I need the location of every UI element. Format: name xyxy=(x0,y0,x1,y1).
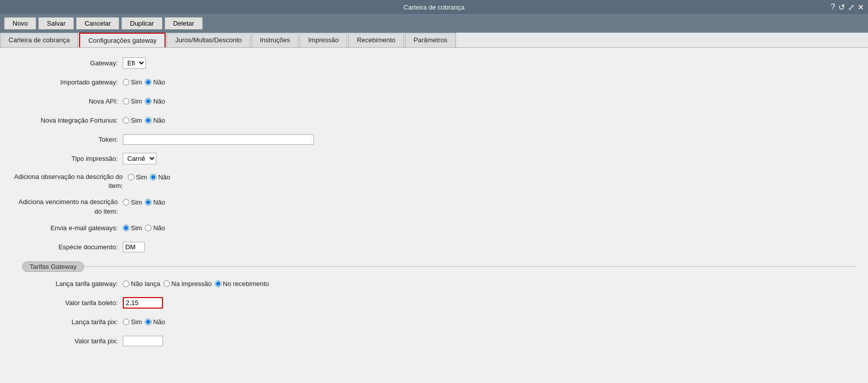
main-window: Carteira de cobrança ? ↺ ⤢ ✕ Novo Salvar… xyxy=(0,0,868,383)
duplicar-button[interactable]: Duplicar xyxy=(121,17,163,30)
nova-integracao-sim-item: Sim xyxy=(123,117,142,124)
especie-doc-control xyxy=(123,242,145,252)
adiciona-obs-label: Adiciona observação na descrição do item… xyxy=(12,172,128,190)
form-content: Gateway: Efi Importado gateway: Sim Não … xyxy=(0,48,868,383)
tab-configuracoes[interactable]: Configurações gateway xyxy=(79,33,166,47)
expand-icon[interactable]: ⤢ xyxy=(848,3,854,12)
tab-juros[interactable]: Juros/Multas/Desconto xyxy=(167,33,250,47)
token-label: Token: xyxy=(12,136,123,143)
nova-api-label: Nova API: xyxy=(12,98,123,105)
lanca-tarifa-pix-sim-item: Sim xyxy=(123,318,142,326)
adiciona-obs-sim-label: Sim xyxy=(136,173,147,181)
tipo-impressao-control: CarnêBoleto xyxy=(123,153,156,164)
tab-instrucoes[interactable]: Instruções xyxy=(252,33,299,47)
lanca-tarifa-no-recebimento-radio[interactable] xyxy=(215,280,221,287)
envia-email-sim-radio[interactable] xyxy=(123,225,129,231)
nova-integracao-row: Nova integração Fortunus: Sim Não xyxy=(12,113,856,127)
lanca-tarifa-no-recebimento-label: No recebimento xyxy=(223,280,269,288)
tab-parametros[interactable]: Parâmetros xyxy=(405,33,456,47)
gateway-row: Gateway: Efi xyxy=(12,56,856,70)
adiciona-obs-sim-radio[interactable] xyxy=(128,174,134,180)
gateway-select[interactable]: Efi xyxy=(123,57,146,69)
tipo-impressao-row: Tipo impressão: CarnêBoleto xyxy=(12,151,856,165)
valor-tarifa-boleto-row: Valor tarifa boleto: xyxy=(12,296,856,310)
especie-doc-row: Espécie documento: xyxy=(12,240,856,254)
token-control xyxy=(123,134,314,145)
tab-bar: Carteira de cobrança Configurações gatew… xyxy=(0,33,868,48)
lanca-tarifa-pix-control: Sim Não xyxy=(123,318,165,326)
lanca-tarifa-pix-nao-label: Não xyxy=(153,318,165,326)
adiciona-obs-row: Adiciona observação na descrição do item… xyxy=(12,170,856,190)
envia-email-sim-label: Sim xyxy=(131,224,142,232)
lanca-tarifa-no-recebimento-item: No recebimento xyxy=(215,280,269,288)
valor-tarifa-pix-row: Valor tarifa pix: xyxy=(12,334,856,348)
tipo-impressao-select[interactable]: CarnêBoleto xyxy=(123,153,156,164)
importado-sim-item: Sim xyxy=(123,78,142,86)
deletar-button[interactable]: Deletar xyxy=(165,17,203,30)
envia-email-label: Envia e-mail gateways: xyxy=(12,224,123,232)
lanca-tarifa-pix-label: Lança tarifa pix: xyxy=(12,318,123,326)
lanca-tarifa-na-impressao-label: Na impressão xyxy=(172,280,212,288)
adiciona-venc-nao-radio[interactable] xyxy=(145,199,151,206)
lanca-tarifa-na-impressao-item: Na impressão xyxy=(164,280,212,288)
lanca-tarifa-pix-nao-item: Não xyxy=(145,318,165,326)
adiciona-obs-nao-radio[interactable] xyxy=(150,174,156,180)
nova-api-nao-radio[interactable] xyxy=(145,98,151,105)
help-icon[interactable]: ? xyxy=(831,3,835,12)
nova-api-sim-radio[interactable] xyxy=(123,98,129,105)
section-line xyxy=(84,266,856,267)
tab-impressao[interactable]: Impressão xyxy=(299,33,347,47)
adiciona-venc-nao-label: Não xyxy=(153,199,165,206)
nova-integracao-control: Sim Não xyxy=(123,117,165,124)
importado-sim-radio[interactable] xyxy=(123,79,129,85)
envia-email-nao-radio[interactable] xyxy=(145,225,151,231)
nova-api-nao-item: Não xyxy=(145,98,165,105)
lanca-tarifa-pix-sim-radio[interactable] xyxy=(123,319,129,325)
valor-tarifa-boleto-label: Valor tarifa boleto: xyxy=(12,299,123,307)
valor-tarifa-pix-control xyxy=(123,336,163,346)
adiciona-venc-sim-label: Sim xyxy=(131,199,142,206)
nova-api-nao-label: Não xyxy=(153,98,165,105)
lanca-tarifa-na-impressao-radio[interactable] xyxy=(164,280,170,287)
toolbar: Novo Salvar Cancelar Duplicar Deletar xyxy=(0,14,868,33)
gateway-control: Efi xyxy=(123,57,146,69)
adiciona-venc-sim-radio[interactable] xyxy=(123,199,129,206)
tipo-impressao-label: Tipo impressão: xyxy=(12,155,123,162)
window-title: Carteira de cobrança xyxy=(404,4,464,11)
importado-nao-label: Não xyxy=(153,78,165,86)
close-icon[interactable]: ✕ xyxy=(857,3,864,12)
adiciona-obs-nao-label: Não xyxy=(158,173,170,181)
token-row: Token: xyxy=(12,132,856,146)
nova-integracao-sim-radio[interactable] xyxy=(123,117,129,124)
envia-email-nao-item: Não xyxy=(145,224,165,232)
especie-doc-input[interactable] xyxy=(123,242,145,252)
valor-tarifa-pix-label: Valor tarifa pix: xyxy=(12,337,123,345)
lanca-tarifa-pix-nao-radio[interactable] xyxy=(145,319,151,325)
valor-tarifa-boleto-control xyxy=(123,297,163,309)
tab-recebimento[interactable]: Recebimento xyxy=(348,33,404,47)
history-icon[interactable]: ↺ xyxy=(838,3,845,12)
novo-button[interactable]: Novo xyxy=(4,17,36,30)
salvar-button[interactable]: Salvar xyxy=(38,17,74,30)
cancelar-button[interactable]: Cancelar xyxy=(76,17,119,30)
adiciona-venc-label: Adiciona vencimento na descriçãodo item: xyxy=(12,198,123,216)
adiciona-venc-sim-item: Sim xyxy=(123,199,142,206)
nova-integracao-nao-item: Não xyxy=(145,117,165,124)
envia-email-nao-label: Não xyxy=(153,224,165,232)
tab-carteira[interactable]: Carteira de cobrança xyxy=(0,33,78,47)
lanca-tarifa-label: Lança tarifa gateway: xyxy=(12,280,123,288)
importado-control: Sim Não xyxy=(123,78,165,86)
gateway-label: Gateway: xyxy=(12,59,123,67)
title-bar: Carteira de cobrança ? ↺ ⤢ ✕ xyxy=(0,0,868,14)
adiciona-obs-sim-item: Sim xyxy=(128,173,147,181)
importado-nao-radio[interactable] xyxy=(145,79,151,85)
envia-email-row: Envia e-mail gateways: Sim Não xyxy=(12,221,856,235)
token-input[interactable] xyxy=(123,134,314,145)
lanca-tarifa-nao-lanca-item: Não lança xyxy=(123,280,161,288)
adiciona-obs-nao-item: Não xyxy=(150,173,170,181)
valor-tarifa-boleto-input[interactable] xyxy=(123,297,163,309)
valor-tarifa-pix-input[interactable] xyxy=(123,336,163,346)
nova-integracao-nao-radio[interactable] xyxy=(145,117,151,124)
lanca-tarifa-pix-sim-label: Sim xyxy=(131,318,142,326)
lanca-tarifa-nao-lanca-radio[interactable] xyxy=(123,280,129,287)
